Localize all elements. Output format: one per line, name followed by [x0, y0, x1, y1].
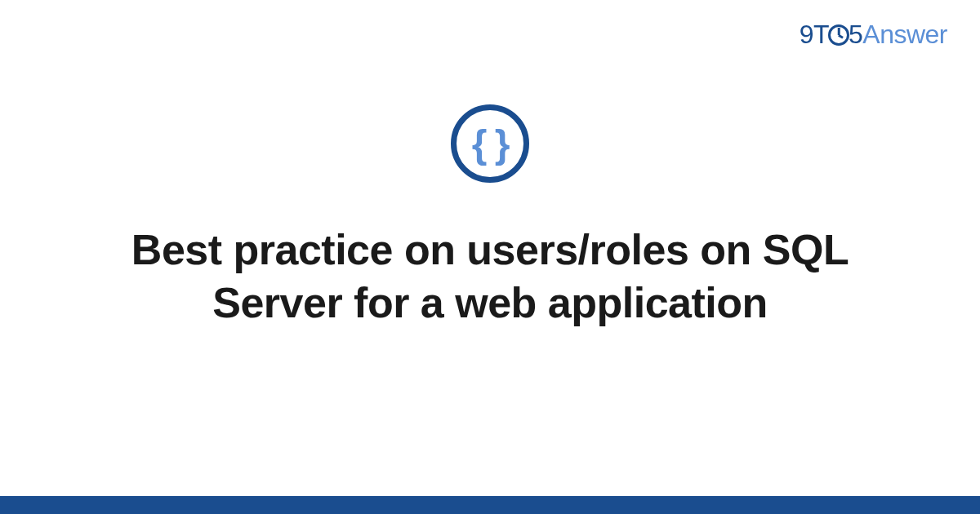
site-logo: 9T5Answer: [800, 20, 947, 50]
code-braces-icon: { }: [451, 104, 529, 183]
main-content: { } Best practice on users/roles on SQL …: [0, 104, 980, 330]
braces-symbol: { }: [472, 122, 509, 166]
logo-t: T: [813, 20, 829, 49]
logo-nine: 9: [800, 20, 813, 49]
page-title: Best practice on users/roles on SQL Serv…: [61, 224, 919, 330]
logo-answer: Answer: [862, 20, 947, 49]
clock-icon: [828, 24, 849, 46]
logo-five: 5: [849, 20, 862, 49]
footer-accent-bar: [0, 496, 980, 514]
